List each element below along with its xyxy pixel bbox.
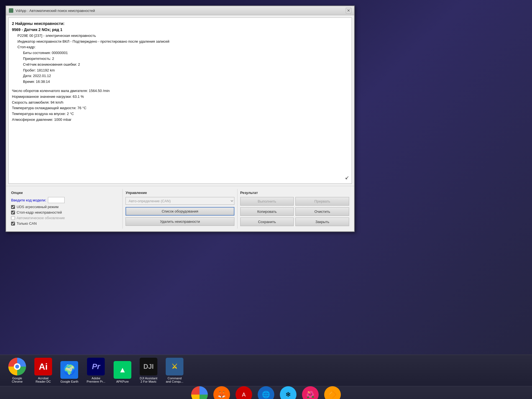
date-value: Дата: 2022.01.12: [12, 73, 348, 79]
chrome-label: GoogleChrome: [12, 377, 22, 383]
model-code-row: Введите код модели:: [11, 197, 120, 203]
dock-snowflake-icon[interactable]: ❄: [280, 386, 296, 399]
only-can-row: Только CAN: [11, 221, 120, 226]
options-section: Опции Введите код модели: UDS агрессивны…: [8, 189, 123, 229]
model-code-input[interactable]: [48, 197, 65, 203]
acrobat-label: AcrobatReader DC: [35, 377, 51, 383]
control-section: Управление Авто-определение (CAN) Список…: [123, 189, 237, 229]
dock-acrobat-icon[interactable]: A: [236, 386, 252, 399]
app-window: VdApp : Автоматический поиск неисправнос…: [6, 6, 355, 232]
close-button[interactable]: Закрыть: [295, 218, 349, 226]
dock-chrome-icon[interactable]: [191, 386, 208, 399]
auto-update-checkbox[interactable]: [11, 216, 15, 220]
close-button[interactable]: ✕: [346, 8, 351, 13]
title-bar-text: VdApp : Автоматический поиск неисправнос…: [9, 8, 95, 13]
apkpure-label: APKPure: [116, 380, 129, 383]
control-title: Управление: [126, 191, 234, 195]
fault-count: 2 Найдены неисправности:: [12, 21, 348, 27]
auto-update-label: Автоматическое обновление: [17, 216, 65, 220]
taskbar-app-apkpure[interactable]: ▲ APKPure: [114, 361, 131, 383]
dock-blue-icon[interactable]: 🌐: [258, 386, 274, 399]
taskbar-app-acrobat[interactable]: Ai AcrobatReader DC: [34, 358, 52, 383]
window-title: VdApp : Автоматический поиск неисправнос…: [16, 9, 95, 13]
taskbar-app-chrome[interactable]: GoogleChrome: [8, 358, 26, 383]
uds-row: UDS агрессивный режим: [11, 205, 120, 209]
stopframe-checkbox[interactable]: [11, 211, 15, 214]
dock-firefox-icon[interactable]: 🦊: [213, 386, 230, 399]
result-buttons: Выполнить Прервать Копировать Очистить С…: [240, 197, 349, 226]
auto-update-row: Автоматическое обновление: [11, 216, 120, 220]
clear-button[interactable]: Очистить: [295, 207, 349, 216]
result-title: Результат: [240, 191, 349, 195]
dock-orange-icon[interactable]: 🔶: [324, 386, 341, 399]
only-can-label: Только CAN: [17, 221, 37, 226]
title-bar: VdApp : Автоматический поиск неисправнос…: [6, 6, 354, 15]
copy-button[interactable]: Копировать: [240, 207, 294, 216]
error-counter: Счётчик возникновения ошибки: 2: [12, 62, 348, 68]
only-can-checkbox[interactable]: [11, 222, 15, 226]
cursor-indicator: ↙: [345, 175, 528, 387]
dji-label: DJI Assistant2 For Mavic: [140, 377, 157, 383]
app-icon-small: [9, 8, 13, 13]
uds-label: UDS агрессивный режим: [17, 205, 58, 209]
stopframe-row: Стоп-кадр неисправностей: [11, 210, 120, 214]
taskbar-app-earth[interactable]: 🌍 Google Earth: [60, 361, 78, 383]
atm-pressure: Атмосферное давление: 1000 mbar: [12, 117, 348, 123]
taskbar-app-dji[interactable]: DJI DJI Assistant2 For Mavic: [140, 358, 157, 383]
equipment-list-button[interactable]: Список оборудования: [126, 207, 234, 216]
load-line: Нормированное значение нагрузки: 63.1 %: [12, 94, 348, 100]
delete-faults-button[interactable]: Удалить неисправности: [126, 217, 234, 226]
fault-description: P229E 00 [237] - электрическая неисправн…: [12, 33, 348, 39]
stopframe-label: Стоп-кадр:: [12, 44, 348, 50]
dock-pink-icon[interactable]: 🌺: [302, 386, 319, 399]
interrupt-button[interactable]: Прервать: [295, 197, 349, 206]
diagnostic-output[interactable]: 2 Найдены неисправности: 9569 - Датчик 2…: [8, 17, 352, 184]
time-value: Время: 16:38:14: [12, 79, 348, 85]
desktop: VdApp : Автоматический поиск неисправнос…: [0, 0, 532, 399]
fault-code-line: 9569 - Датчик 2 NOx; ряд 1: [12, 27, 348, 33]
speed-line: Скорость автомобиля: 94 km/h: [12, 100, 348, 106]
result-section: Результат Выполнить Прервать Копировать …: [237, 189, 352, 229]
save-button[interactable]: Сохранить: [240, 218, 294, 226]
can-dropdown[interactable]: Авто-определение (CAN): [126, 197, 234, 205]
execute-button[interactable]: Выполнить: [240, 197, 294, 206]
coolant-temp: Температура охлаждающей жидкости: 76 °C: [12, 105, 348, 111]
dock-bar: 🦊 A 🌐 ❄ 🌺 🔶: [0, 386, 532, 399]
model-code-label: Введите код модели:: [11, 198, 46, 202]
stopframe-label: Стоп-кадр неисправностей: [17, 210, 62, 214]
uds-checkbox[interactable]: [11, 205, 15, 209]
air-temp: Температура воздуха на впуске: 2 °C: [12, 111, 348, 117]
earth-label: Google Earth: [60, 380, 78, 383]
taskbar-app-command[interactable]: ⚔ Commandand Conqu...: [166, 358, 183, 383]
status-bits: Биты состояния: 00000001: [12, 50, 348, 56]
premiere-label: AdobePremiere Pr...: [87, 377, 105, 383]
priority: Приоритетность: 2: [12, 56, 348, 62]
control-panel: Опции Введите код модели: UDS агрессивны…: [6, 186, 354, 231]
rpm-line: Число оборотов коленчатого вала двигател…: [12, 88, 348, 94]
command-label: Commandand Conqu...: [166, 377, 183, 383]
mileage: Пробег: 181192 km: [12, 68, 348, 73]
fault-indicator: Индикатор неисправности ВКЛ - Подтвержде…: [12, 39, 348, 45]
taskbar-app-premiere[interactable]: Pr AdobePremiere Pr...: [87, 358, 105, 383]
options-title: Опции: [11, 191, 120, 195]
spacer: [12, 85, 348, 88]
